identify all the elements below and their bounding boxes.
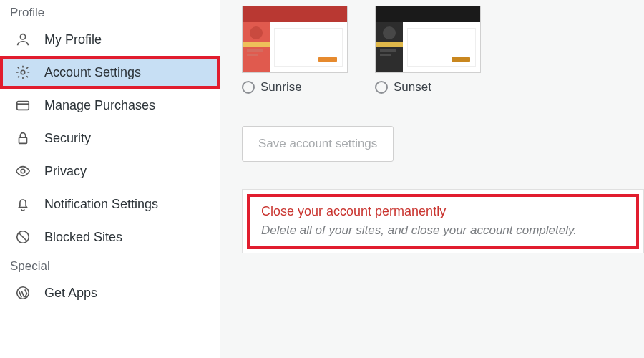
close-account-panel[interactable]: Close your account permanently Delete al… [242, 189, 644, 253]
theme-thumbnail-sunrise [242, 6, 348, 73]
block-icon [14, 229, 31, 245]
lock-icon [14, 130, 31, 146]
person-icon [14, 32, 31, 47]
card-icon [14, 97, 31, 113]
sidebar-item-label: Security [44, 131, 91, 146]
sidebar: Profile My Profile Account Settings Mana… [0, 0, 220, 358]
eye-icon [14, 163, 31, 179]
sidebar-item-label: Get Apps [44, 286, 97, 301]
sidebar-item-manage-purchases[interactable]: Manage Purchases [0, 89, 220, 122]
sidebar-item-my-profile[interactable]: My Profile [0, 23, 220, 56]
sidebar-item-label: Privacy [44, 164, 87, 179]
sidebar-section-profile: Profile [0, 0, 220, 23]
radio-icon[interactable] [375, 81, 388, 94]
sidebar-item-notification-settings[interactable]: Notification Settings [0, 188, 220, 221]
sidebar-item-blocked-sites[interactable]: Blocked Sites [0, 221, 220, 253]
sidebar-item-label: Manage Purchases [44, 98, 155, 113]
svg-point-1 [21, 70, 25, 74]
save-account-settings-button[interactable]: Save account settings [242, 126, 394, 162]
radio-icon[interactable] [242, 81, 255, 94]
theme-option-sunset[interactable]: Sunset [375, 6, 482, 95]
close-account-title: Close your account permanently [261, 204, 625, 219]
main-content: Sunrise Sunset Save account settings Clo… [220, 0, 644, 358]
theme-option-sunrise[interactable]: Sunrise [242, 6, 349, 95]
svg-rect-4 [19, 137, 27, 143]
gear-icon [14, 64, 31, 80]
svg-point-5 [21, 169, 25, 173]
sidebar-section-special: Special [0, 253, 220, 276]
wordpress-icon [14, 285, 31, 301]
sidebar-item-label: My Profile [44, 32, 102, 47]
sidebar-item-label: Notification Settings [44, 197, 158, 212]
svg-point-0 [20, 34, 25, 39]
close-account-subtitle: Delete all of your sites, and close your… [261, 223, 625, 238]
theme-thumbnail-sunset [375, 6, 481, 73]
sidebar-item-label: Blocked Sites [44, 230, 122, 245]
sidebar-item-get-apps[interactable]: Get Apps [0, 276, 220, 309]
sidebar-item-privacy[interactable]: Privacy [0, 155, 220, 188]
bell-icon [14, 196, 31, 212]
svg-rect-2 [17, 102, 29, 110]
sidebar-item-security[interactable]: Security [0, 122, 220, 155]
theme-label-text: Sunset [394, 80, 431, 95]
sidebar-item-label: Account Settings [44, 65, 141, 80]
theme-options: Sunrise Sunset [242, 6, 644, 95]
theme-label-text: Sunrise [260, 80, 302, 95]
sidebar-item-account-settings[interactable]: Account Settings [0, 56, 220, 89]
svg-line-7 [19, 233, 27, 241]
